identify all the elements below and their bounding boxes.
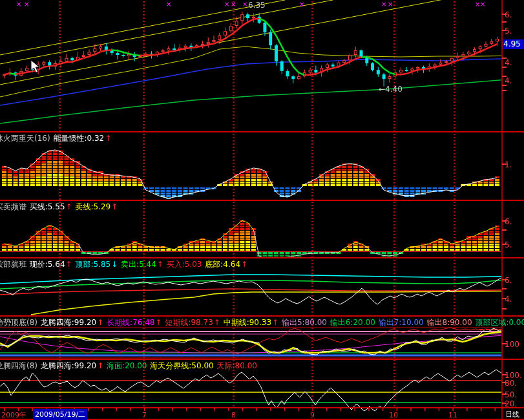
header-segment: ↑ <box>97 361 103 370</box>
header-segment: 顶部区域:0.00 <box>473 318 524 327</box>
header-segment: 买入:5.03 <box>164 260 202 269</box>
panel-header-trend[interactable]: 趋势顶底(8) 龙腾四海:99.20↑ 长期线:76.48↑ 短期线:98.73… <box>0 317 524 328</box>
mouse-cursor-icon <box>30 59 41 76</box>
header-segment: ↑ <box>157 260 163 269</box>
header-segment: 天际:80.00 <box>215 361 257 370</box>
header-segment: 顶部:5.85 <box>73 260 111 269</box>
axis-label: 1. <box>505 160 512 169</box>
header-segment: 短期线:98.73 <box>163 318 213 327</box>
header-segment: 海面:20.00 <box>104 361 147 370</box>
axis-label: 6. <box>505 10 512 19</box>
month-label: 10 <box>389 411 398 419</box>
axis-label: 4. <box>505 58 512 67</box>
header-segment: 龙腾四海:99.20 <box>38 318 96 327</box>
header-segment: ↑ <box>272 318 278 327</box>
current-price-marker: 4.95 <box>503 39 524 49</box>
axis-label: 100 <box>505 340 519 349</box>
axis-label: 6. <box>505 217 512 226</box>
header-segment: ↑ <box>66 260 72 269</box>
header-segment: 能量惯性:0.32 <box>51 134 105 143</box>
header-segment: 输出7:10.00 <box>376 318 424 327</box>
header-segment: 现价:5.64 <box>27 260 65 269</box>
selected-date-cell[interactable]: 2009/05/19/二 <box>33 409 87 420</box>
header-segment: ↑ <box>97 318 103 327</box>
header-segment: 海天分界线:50.00 <box>148 361 214 370</box>
header-segment: 长期线:76.48 <box>104 318 154 327</box>
month-label: 9 <box>310 411 315 419</box>
axis-label: 5. <box>505 26 512 36</box>
header-segment: 买线:5.55 <box>27 202 65 211</box>
axis-label: 20. <box>505 399 517 408</box>
high-price-annotation: 6.35 <box>248 1 266 10</box>
axis-label: 4. <box>505 76 512 85</box>
header-segment: ↑ <box>214 318 220 327</box>
header-segment: ↓ <box>111 260 118 269</box>
panel-header-energy[interactable]: 冰火两重天(16) 能量惯性:0.32↑ <box>0 133 112 144</box>
month-label: 11 <box>448 411 457 419</box>
header-segment: 卖线:5.29 <box>73 202 111 211</box>
header-segment: 冰火两重天(16) <box>0 134 50 143</box>
header-segment: 趋势顶底(8) <box>0 318 37 327</box>
panel-header-dragon[interactable]: 龙腾四海(8) 龙腾四海:99.20↑ 海面:20.00 海天分界线:50.00… <box>0 361 258 372</box>
axis-label: 6. <box>505 276 512 285</box>
header-segment: 输出6:20.00 <box>328 318 375 327</box>
header-segment: 买卖频谱 <box>0 202 26 211</box>
axis-label: 5. <box>505 240 512 249</box>
header-segment: ↑ <box>66 202 72 211</box>
header-segment: 底部:4.64 <box>203 260 241 269</box>
panel-header-spectrum[interactable]: 买卖频谱 买线:5.55↑ 卖线:5.29↑ <box>0 202 118 213</box>
header-segment: 输出5:80.00 <box>279 318 327 327</box>
header-segment: 按部就班 <box>0 260 26 269</box>
timeframe-label[interactable]: 日线 <box>505 410 519 419</box>
app-window: 冰火两重天(16) 能量惯性:0.32↑ 买卖频谱 买线:5.55↑ 卖线:5.… <box>0 0 524 420</box>
low-price-annotation: ←4.40 <box>379 85 403 94</box>
header-segment: 卖出:5.44 <box>118 260 156 269</box>
month-label: 8 <box>231 411 236 419</box>
header-segment: 中期线:90.33 <box>221 318 271 327</box>
header-segment: 输出8:90.00 <box>424 318 472 327</box>
panel-header-stepping[interactable]: 按部就班 现价:5.64↑ 顶部:5.85↓ 卖出:5.44↑ 买入:5.03 … <box>0 259 248 270</box>
month-label: 7 <box>142 411 147 419</box>
axis-label: 50. <box>505 390 517 399</box>
header-segment: 龙腾四海:99.20 <box>38 361 96 370</box>
year-label: 2009年 <box>1 410 26 420</box>
axis-label: 4. <box>505 295 512 304</box>
header-segment: ↑ <box>241 260 247 269</box>
header-segment: 龙腾四海(8) <box>0 361 37 370</box>
header-segment: ↑ <box>156 318 162 327</box>
header-segment: ↑ <box>105 134 111 143</box>
header-segment: ↑ <box>111 202 118 211</box>
axis-label: 80. <box>505 379 517 388</box>
